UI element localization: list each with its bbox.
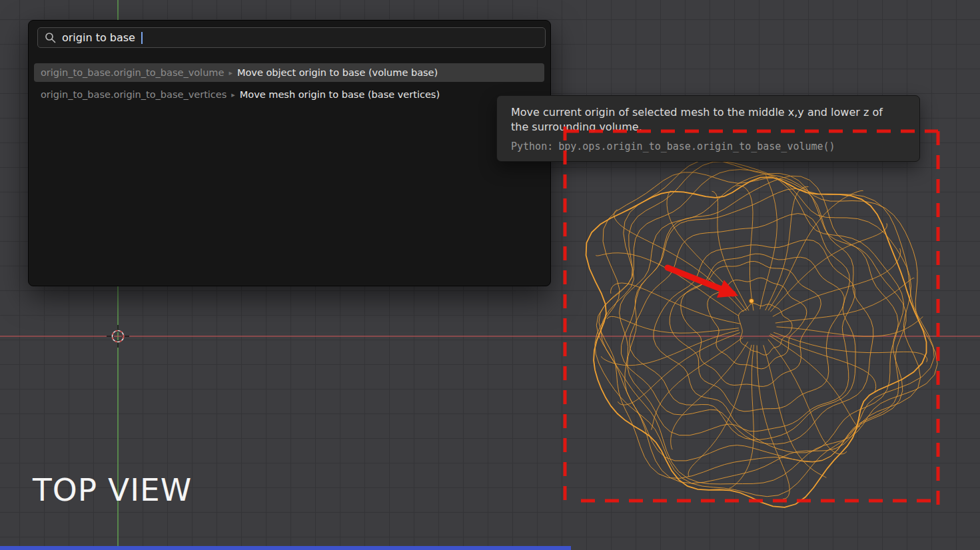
result-operator-id: origin_to_base.origin_to_base_volume	[41, 67, 224, 78]
search-result-volume[interactable]: origin_to_base.origin_to_base_volume ▸ M…	[34, 63, 544, 82]
annotation-arrow	[668, 268, 733, 294]
tooltip-description: Move current origin of selected mesh to …	[511, 105, 894, 135]
search-popup: origin to base origin_to_base.origin_to_…	[28, 20, 551, 286]
chevron-right-icon: ▸	[229, 69, 233, 77]
tooltip-python: Python:bpy.ops.origin_to_base.origin_to_…	[511, 140, 905, 152]
search-results: origin_to_base.origin_to_base_volume ▸ M…	[34, 63, 544, 107]
search-result-vertices[interactable]: origin_to_base.origin_to_base_vertices ▸…	[34, 85, 544, 104]
python-label: Python:	[511, 140, 553, 152]
search-input[interactable]: origin to base	[37, 27, 546, 48]
view-label: TOP VIEW	[33, 471, 192, 508]
result-label: Move mesh origin to base (base vertices)	[240, 89, 440, 100]
blender-viewport[interactable]: origin to base origin_to_base.origin_to_…	[0, 0, 980, 550]
result-label: Move object origin to base (volume base)	[237, 67, 438, 78]
text-caret	[141, 32, 143, 44]
result-operator-id: origin_to_base.origin_to_base_vertices	[41, 89, 227, 100]
python-code: bpy.ops.origin_to_base.origin_to_base_vo…	[558, 140, 835, 152]
chevron-right-icon: ▸	[231, 91, 235, 99]
axis-x-red	[0, 336, 980, 337]
search-icon	[45, 32, 56, 43]
bottom-blue-bar	[0, 546, 571, 550]
object-origin-dot	[749, 299, 754, 304]
tooltip: Move current origin of selected mesh to …	[496, 95, 920, 162]
search-query-text: origin to base	[62, 31, 135, 44]
